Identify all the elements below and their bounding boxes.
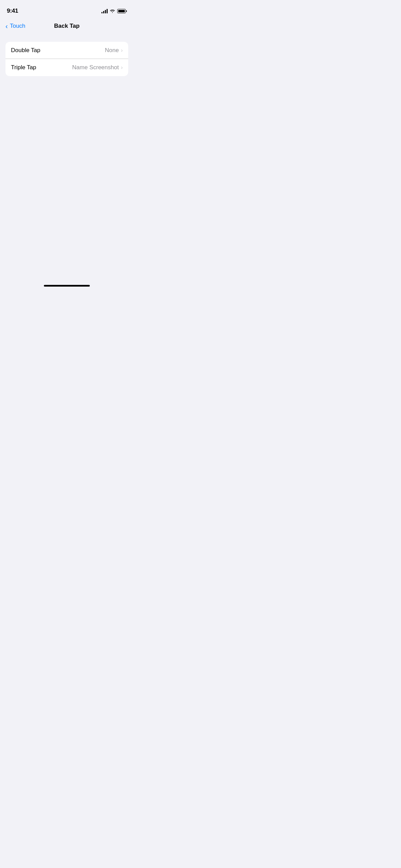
signal-bar-3 xyxy=(105,10,106,13)
double-tap-right: None › xyxy=(105,47,123,54)
triple-tap-right: Name Screenshot › xyxy=(72,64,123,71)
double-tap-row[interactable]: Double Tap None › xyxy=(5,42,128,59)
signal-bar-1 xyxy=(101,12,102,13)
triple-tap-label: Triple Tap xyxy=(11,64,36,71)
battery-cap xyxy=(126,10,127,12)
double-tap-chevron-icon: › xyxy=(121,47,123,53)
triple-tap-chevron-icon: › xyxy=(121,64,123,71)
back-button[interactable]: ‹ Touch xyxy=(5,23,25,29)
status-time: 9:41 xyxy=(7,8,18,14)
signal-bar-4 xyxy=(107,9,108,13)
back-label: Touch xyxy=(10,23,25,29)
status-bar: 9:41 xyxy=(0,0,134,17)
double-tap-label: Double Tap xyxy=(11,47,40,54)
double-tap-value: None xyxy=(105,47,119,54)
battery-body xyxy=(117,9,126,13)
home-indicator xyxy=(44,285,90,287)
battery-fill xyxy=(118,10,125,12)
triple-tap-row[interactable]: Triple Tap Name Screenshot › xyxy=(5,59,128,76)
status-icons xyxy=(101,9,127,13)
back-chevron-icon: ‹ xyxy=(5,23,8,29)
wifi-icon xyxy=(110,9,115,13)
settings-section: Double Tap None › Triple Tap Name Screen… xyxy=(5,42,128,76)
nav-title: Back Tap xyxy=(54,23,80,29)
nav-bar: ‹ Touch Back Tap xyxy=(0,17,134,35)
battery-icon xyxy=(117,9,127,13)
signal-icon xyxy=(101,9,108,13)
triple-tap-value: Name Screenshot xyxy=(72,64,119,71)
signal-bar-2 xyxy=(103,11,104,13)
